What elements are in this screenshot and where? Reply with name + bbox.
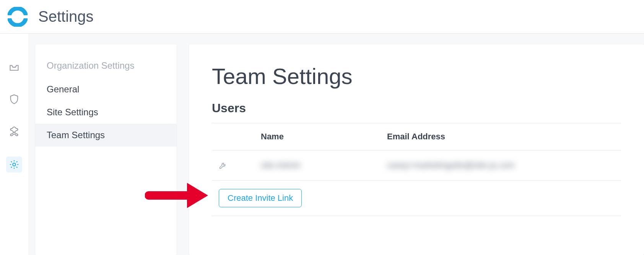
- app-logo: [8, 7, 28, 27]
- app-header: Settings: [0, 0, 644, 34]
- users-table: Name Email Address otto Admin casey+mark…: [212, 123, 621, 216]
- wrench-icon[interactable]: [219, 161, 261, 169]
- main-panel: Team Settings Users Name Email Address o…: [189, 44, 644, 255]
- table-header-icon-col: [219, 132, 261, 142]
- sidebar-item-team-settings[interactable]: Team Settings: [35, 124, 177, 147]
- page-title: Settings: [38, 8, 94, 25]
- user-name-cell: otto Admin: [261, 160, 387, 170]
- shield-icon[interactable]: [7, 92, 21, 106]
- main-title: Team Settings: [212, 63, 621, 89]
- sidebar-heading: Organization Settings: [35, 56, 177, 78]
- user-email-cell: casey+marketingotto@otto-js.com: [387, 160, 515, 170]
- svg-point-2: [13, 163, 15, 166]
- users-heading: Users: [212, 101, 621, 115]
- create-invite-link-button[interactable]: Create Invite Link: [219, 189, 302, 207]
- inbox-icon[interactable]: [7, 60, 21, 74]
- table-header-name: Name: [261, 132, 387, 142]
- content-wrap: Organization Settings General Site Setti…: [28, 34, 644, 255]
- gear-icon[interactable]: [6, 157, 22, 173]
- action-row: Create Invite Link: [212, 181, 621, 216]
- sidebar-item-site-settings[interactable]: Site Settings: [35, 101, 177, 124]
- table-row: otto Admin casey+marketingotto@otto-js.c…: [212, 150, 621, 181]
- settings-sidebar: Organization Settings General Site Setti…: [35, 44, 177, 255]
- table-header-email: Email Address: [387, 132, 445, 142]
- svg-rect-1: [8, 15, 28, 18]
- sidebar-item-general[interactable]: General: [35, 78, 177, 101]
- icon-rail: [0, 34, 28, 255]
- table-header: Name Email Address: [212, 123, 621, 150]
- integration-icon[interactable]: [7, 124, 21, 138]
- body-container: Organization Settings General Site Setti…: [0, 34, 644, 255]
